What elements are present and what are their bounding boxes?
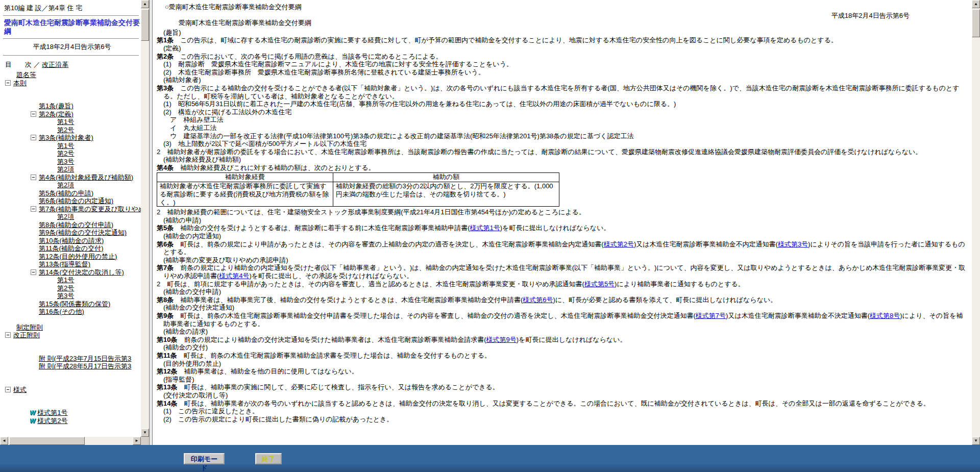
toc-link[interactable]: 第2号 <box>57 126 74 134</box>
toc-link[interactable]: 第1号 <box>57 142 74 150</box>
article-paragraph: 第2条 この告示において、次の各号に掲げる用語の意義は、当該各号に定めるところに… <box>157 53 969 61</box>
scroll-left-icon[interactable]: ◄ <box>0 437 8 445</box>
form-link[interactable]: 様式第6号 <box>523 296 553 304</box>
form-link[interactable]: 様式第8号 <box>870 312 900 319</box>
toc-link[interactable]: 第10条(補助金の請求) <box>39 237 104 244</box>
article-number: 第9条 <box>157 312 174 319</box>
text-run: 町長は、補助事業者が次の各号のいずれかに該当すると認めるときは、補助金交付の決定… <box>177 400 929 407</box>
scroll-up-icon[interactable]: ▲ <box>972 0 980 8</box>
word-file-icon: W <box>30 409 35 416</box>
document-date: 平成18年2月4日告示第6号 <box>831 11 910 20</box>
collapse-toggle-icon[interactable] <box>31 206 36 212</box>
toc-link[interactable]: 第1号 <box>57 118 74 126</box>
form-link[interactable]: 様式第1号 <box>470 224 500 232</box>
toc-link[interactable]: 第9条(補助金の交付決定通知) <box>39 229 127 236</box>
collapse-toggle-icon[interactable] <box>5 387 11 392</box>
toc-link[interactable]: 第16条(その他) <box>39 308 84 315</box>
toc-link[interactable]: 第14条(交付決定の取消し等) <box>39 268 124 276</box>
toc-link[interactable]: 第15条(関係書類の保管) <box>39 300 110 308</box>
toc-link[interactable]: 第13条(指導監督) <box>39 260 90 268</box>
toc-link[interactable]: 第4条(補助対象経費及び補助額) <box>39 173 133 181</box>
toc-link[interactable]: 第2項 <box>57 165 74 173</box>
sidebar-vertical-scrollbar[interactable]: ▲ ▼ <box>141 0 149 437</box>
revision-history-link[interactable]: 改正沿革 <box>42 61 68 68</box>
sidebar-doc-title-link[interactable]: 愛南町木造住宅耐震診断事業補助金交付要綱 <box>4 18 141 36</box>
toc-link[interactable]: 第7条(補助事業の変更及び取りやめの承認申請) <box>39 205 141 213</box>
collapse-toggle-icon[interactable] <box>5 332 11 338</box>
form-link[interactable]: 様式第7号 <box>696 312 726 319</box>
reiki-viewer-window: 第10編 建 設／第4章 住 宅 愛南町木造住宅耐震診断事業補助金交付要綱 平成… <box>0 0 980 472</box>
text-run: )又は木造住宅耐震診断事業補助金不決定通知書( <box>726 312 870 319</box>
text-run: (補助金の請求) <box>163 328 208 335</box>
scroll-down-icon[interactable]: ▼ <box>141 429 149 437</box>
exit-button[interactable]: 終了 <box>255 453 282 464</box>
toc-link[interactable]: 第2項 <box>57 181 74 189</box>
article-number: 第12条 <box>157 367 177 375</box>
collapse-toggle-icon[interactable] <box>31 111 36 117</box>
toc-link[interactable]: 第12条(目的外使用の禁止) <box>39 253 117 260</box>
form-link[interactable]: 様式第4号 <box>219 272 249 280</box>
toc-link[interactable]: 第1号 <box>57 276 74 284</box>
toc-link[interactable]: 本則 <box>13 79 27 87</box>
toc-link[interactable]: 制定附則 <box>16 324 43 331</box>
toc-link[interactable]: 第11条(補助金の交付) <box>39 244 103 252</box>
text-run: (補助対象経費及び補助額) <box>163 156 241 163</box>
text-run: 町長は、前条の木造住宅耐震診断事業補助金請求書を受理した場合は、補助金を交付する… <box>177 352 491 359</box>
sidebar-horizontal-scrollbar[interactable]: ◄ ► <box>0 437 141 445</box>
main-vertical-scrollbar[interactable]: ▲ ▼ <box>972 0 980 445</box>
toc-link[interactable]: 第3号 <box>57 158 74 165</box>
toc-link[interactable]: 第2条(定義) <box>39 110 74 118</box>
form-link[interactable]: 様式第5号 <box>584 280 615 288</box>
collapse-toggle-icon[interactable] <box>5 80 11 86</box>
text-run: この告示において、次の各号に掲げる用語の意義は、当該各号に定めるところによる。 <box>174 53 442 60</box>
scroll-down-icon[interactable]: ▼ <box>972 437 980 445</box>
collapse-toggle-icon[interactable] <box>31 269 36 275</box>
chapter-breadcrumb: 第10編 建 設／第4章 住 宅 <box>4 4 141 13</box>
toc-link[interactable]: 第5条(補助の申請) <box>39 189 93 197</box>
toc-link[interactable]: 第1条(趣旨) <box>39 102 74 110</box>
text-run: )を町長に提出しなければならない。 <box>517 336 627 343</box>
frameset: 第10編 建 設／第4章 住 宅 愛南町木造住宅耐震診断事業補助金交付要綱 平成… <box>0 0 980 445</box>
toc-link[interactable]: 題名等 <box>16 71 36 79</box>
toc-item: 第12条(目的外使用の禁止) <box>3 253 141 261</box>
form-link[interactable]: 様式第9号 <box>486 336 517 343</box>
toc-link[interactable]: 第2項 <box>57 213 74 220</box>
print-mode-button[interactable]: 印刷モード <box>184 453 225 464</box>
text-run: この告示は、町域に存する木造住宅の耐震診断の実施に要する経費に対して、町が予算の… <box>174 36 838 44</box>
text-run: )を町長に提出し、その承認を受けなければならない。 <box>249 272 413 280</box>
scroll-right-icon[interactable]: ► <box>133 437 141 445</box>
toc-link[interactable]: 様式第2号 <box>37 417 67 425</box>
sidebar-hscroll-thumb[interactable] <box>9 437 85 445</box>
collapse-toggle-icon[interactable] <box>31 175 36 180</box>
text-run: イ 丸太組工法 <box>170 124 216 132</box>
paragraph: 2 補助対象者が耐震診断の委託をする場合において、木造住宅耐震診断事務所は、当該… <box>157 148 969 156</box>
sidebar-vscroll-thumb[interactable] <box>141 9 149 41</box>
item-paragraph: (1) この告示に違反したとき。 <box>157 407 969 415</box>
form-link[interactable]: 様式第2号 <box>604 240 634 248</box>
article-number: 第3条 <box>157 84 174 92</box>
toc-link[interactable]: 第2号 <box>57 150 74 157</box>
text-run: 2 補助対象者が耐震診断の委託をする場合において、木造住宅耐震診断事務所は、当該… <box>157 148 922 156</box>
toc-link[interactable]: 様式第1号 <box>37 409 67 416</box>
text-run: この告示による補助金の交付を受けることができる者(以下「補助対象者」という。)は… <box>163 84 960 100</box>
toc-link[interactable]: 様式 <box>13 386 27 393</box>
toc-item: 第1号 <box>3 142 141 150</box>
text-run: (目的外使用の禁止) <box>163 360 221 367</box>
toc-link[interactable]: 第8条(補助金の交付申請) <box>39 221 113 229</box>
toc-link[interactable]: 第3条(補助対象者) <box>39 134 93 141</box>
main-vscroll-thumb[interactable] <box>972 9 980 37</box>
form-link[interactable]: 様式第3号 <box>778 240 808 248</box>
toc-link[interactable]: 第2号 <box>57 284 74 292</box>
toc-link[interactable]: 改正附則 <box>13 331 40 339</box>
toc-link[interactable]: 附 則(平成28年5月17日告示第3 <box>39 362 131 370</box>
text-run: (指導監督) <box>163 376 194 383</box>
toc-link[interactable]: 第6条(補助金の内定通知) <box>39 197 113 205</box>
text-run: (補助金の交付申請) <box>163 288 221 295</box>
article-number: 第2条 <box>157 53 174 60</box>
article-paragraph: 第1条 この告示は、町域に存する木造住宅の耐震診断の実施に要する経費に対して、町… <box>157 36 969 44</box>
collapse-toggle-icon[interactable] <box>31 135 36 140</box>
scroll-up-icon[interactable]: ▲ <box>141 0 149 8</box>
frame-divider[interactable] <box>149 0 153 445</box>
toc-link[interactable]: 第3号 <box>57 292 74 300</box>
toc-link[interactable]: 附 則(平成23年7月15日告示第3 <box>39 355 131 362</box>
